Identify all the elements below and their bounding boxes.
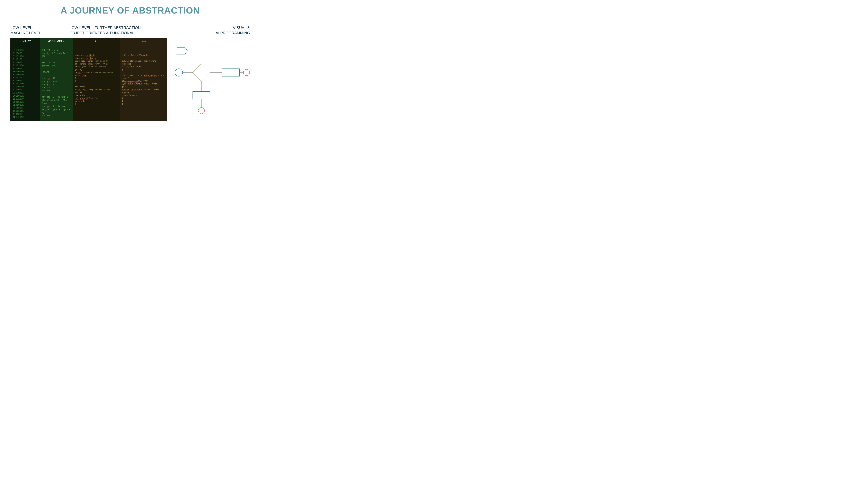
java-heading: Java <box>120 38 167 45</box>
binary-panel: BINARY 011001000110000101101110011010010… <box>11 38 40 121</box>
c-heading: C <box>73 38 120 45</box>
header-line: LOW-LEVEL - FURTHER ABSTRACTION <box>70 26 140 30</box>
flowchart-input-icon <box>175 69 183 76</box>
header-further-abstraction: LOW-LEVEL - FURTHER ABSTRACTION OBJECT O… <box>70 25 167 35</box>
header-line: LOW-LEVEL - <box>11 26 34 30</box>
java-panel: Java public class HelloWorld{ public sta… <box>120 38 167 121</box>
flowchart-start-icon <box>177 47 188 54</box>
assembly-panel: ASSEMBLY SECTION .datamsg db 'Hello Worl… <box>40 38 73 121</box>
header-line: AI PROGRAMMING <box>215 31 250 35</box>
assembly-heading: ASSEMBLY <box>40 38 73 45</box>
binary-heading: BINARY <box>11 38 40 45</box>
flowchart-decision-icon <box>193 64 210 81</box>
binary-code: 0110010001100001011011100110100101100101… <box>11 45 40 121</box>
flowchart-process-icon <box>222 69 240 76</box>
column-headers: LOW-LEVEL - MACHINE LEVEL LOW-LEVEL - FU… <box>11 25 250 35</box>
header-line: VISUAL & <box>233 26 250 30</box>
slide-title: A JOURNEY OF ABSTRACTION <box>11 5 250 16</box>
c-panel: C #include <stdio.h>#include <string.h>v… <box>73 38 120 121</box>
flowchart-end-icon <box>243 69 250 76</box>
divider <box>11 21 250 21</box>
flowchart-end-icon <box>198 108 205 114</box>
flowchart-process-icon <box>193 92 210 99</box>
header-line: MACHINE LEVEL <box>11 31 41 35</box>
panels-row: BINARY 011001000110000101101110011010010… <box>11 38 250 121</box>
java-code: public class HelloWorld{ public static v… <box>120 45 167 108</box>
flowchart-svg <box>167 38 250 121</box>
assembly-code: SECTION .datamsg db 'Hello World!',0Ah S… <box>40 45 73 120</box>
c-code: #include <stdio.h>#include <string.h>voi… <box>73 45 120 108</box>
header-machine-level: LOW-LEVEL - MACHINE LEVEL <box>11 25 70 35</box>
header-visual-ai: VISUAL & AI PROGRAMMING <box>167 25 250 35</box>
header-line: OBJECT ORIENTED & FUNCTIONAL <box>70 31 134 35</box>
flowchart-panel <box>167 38 250 121</box>
